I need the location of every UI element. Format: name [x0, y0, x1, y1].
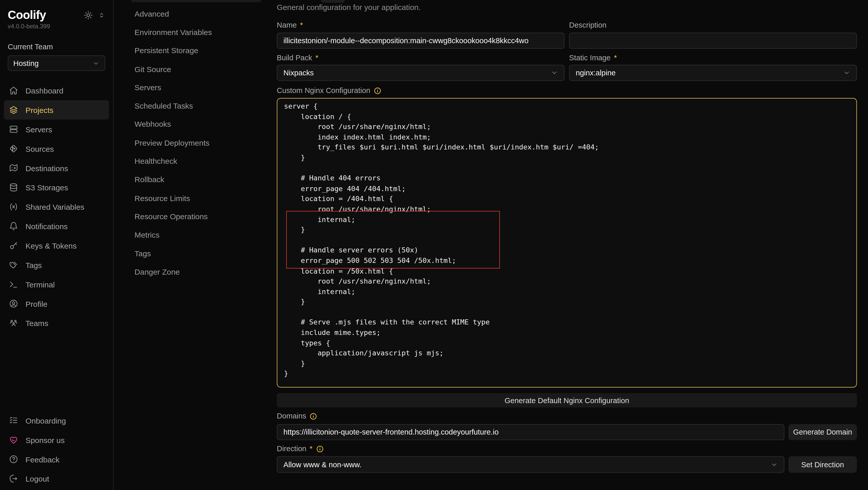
- required-asterisk: *: [310, 445, 312, 453]
- name-label: Name*: [277, 21, 303, 29]
- direction-label: Direction*: [277, 445, 324, 453]
- sidebar-item-terminal[interactable]: Terminal: [4, 275, 109, 294]
- subnav-item-metrics[interactable]: Metrics: [135, 225, 277, 244]
- info-icon[interactable]: [373, 87, 381, 94]
- sidebar-footer-nav: OnboardingSponsor usFeedbackLogout: [0, 411, 113, 488]
- user-circle-icon: [9, 299, 19, 308]
- heart-icon: [9, 435, 19, 445]
- chevron-down-icon: [92, 60, 100, 67]
- subnav-item-environment-variables[interactable]: Environment Variables: [135, 23, 277, 41]
- sidebar-item-s3-storages[interactable]: S3 Storages: [4, 178, 109, 197]
- subnav-item-danger-zone[interactable]: Danger Zone: [135, 263, 277, 281]
- general-configuration-panel: General configuration for your applicati…: [277, 0, 857, 490]
- subnav-item-tags[interactable]: Tags: [135, 244, 277, 263]
- sidebar-item-label: Teams: [26, 318, 48, 328]
- subnav-active-item-remnant[interactable]: [131, 0, 261, 2]
- sidebar-item-label: Notifications: [26, 222, 68, 231]
- sidebar-item-label: Sponsor us: [26, 436, 65, 445]
- layers-icon: [9, 105, 19, 115]
- subnav-item-healthcheck[interactable]: Healthcheck: [135, 152, 277, 171]
- sidebar-item-label: Servers: [26, 125, 52, 134]
- info-icon[interactable]: [310, 412, 317, 420]
- subnav-item-git-source[interactable]: Git Source: [135, 60, 277, 78]
- sidebar-item-label: Onboarding: [26, 416, 66, 425]
- sidebar-item-notifications[interactable]: Notifications: [4, 216, 109, 236]
- direction-select[interactable]: Allow www & non-www.: [277, 456, 784, 473]
- help-circle-icon: [9, 455, 19, 464]
- sidebar-item-shared-variables[interactable]: Shared Variables: [4, 197, 109, 216]
- sidebar-item-sponsor-us[interactable]: Sponsor us: [4, 430, 109, 450]
- sidebar-item-label: S3 Storages: [26, 183, 68, 192]
- sidebar-item-label: Destinations: [26, 163, 68, 173]
- subnav-item-rollback[interactable]: Rollback: [135, 171, 277, 189]
- chevron-down-icon: [551, 69, 558, 76]
- sun-icon[interactable]: [84, 10, 93, 20]
- sidebar-item-dashboard[interactable]: Dashboard: [4, 81, 109, 100]
- sidebar-item-feedback[interactable]: Feedback: [4, 450, 109, 469]
- subnav-item-persistent-storage[interactable]: Persistent Storage: [135, 41, 277, 60]
- required-asterisk: *: [614, 54, 617, 62]
- settings-subnav: AdvancedEnvironment VariablesPersistent …: [114, 0, 277, 490]
- sidebar-item-label: Sources: [26, 144, 54, 153]
- sidebar-item-label: Logout: [26, 474, 49, 483]
- sidebar: Coolify v4.0.0-beta.399 Current Team Hos…: [0, 0, 114, 490]
- team-select-value: Hosting: [13, 59, 38, 67]
- sidebar-item-destinations[interactable]: Destinations: [4, 158, 109, 178]
- mime-type-highlight-box: [286, 211, 500, 269]
- chevron-down-icon: [771, 461, 778, 468]
- sidebar-item-keys-tokens[interactable]: Keys & Tokens: [4, 236, 109, 255]
- app-version: v4.0.0-beta.399: [0, 21, 113, 29]
- sidebar-item-teams[interactable]: Teams: [4, 313, 109, 333]
- subnav-item-resource-operations[interactable]: Resource Operations: [135, 207, 277, 225]
- team-select[interactable]: Hosting: [8, 56, 105, 71]
- checklist-icon: [9, 416, 19, 425]
- required-asterisk: *: [315, 54, 318, 62]
- chevron-down-icon: [843, 69, 850, 76]
- domains-input[interactable]: https://illicitonion-quote-server-fronte…: [277, 424, 784, 440]
- sidebar-item-label: Tags: [26, 261, 42, 270]
- chevrons-up-down-icon[interactable]: [98, 12, 105, 19]
- info-icon[interactable]: [316, 445, 323, 453]
- sidebar-item-logout[interactable]: Logout: [4, 469, 109, 488]
- server-icon: [9, 125, 19, 134]
- sidebar-nav: DashboardProjectsServersSourcesDestinati…: [0, 81, 113, 333]
- subnav-item-servers[interactable]: Servers: [135, 78, 277, 97]
- required-asterisk: *: [300, 21, 303, 29]
- map-icon: [9, 163, 19, 173]
- domains-label: Domains: [277, 412, 317, 420]
- build-pack-select[interactable]: Nixpacks: [277, 65, 565, 81]
- variable-icon: [9, 202, 19, 212]
- build-pack-label: Build Pack*: [277, 54, 318, 62]
- database-icon: [9, 183, 19, 192]
- sidebar-item-servers[interactable]: Servers: [4, 120, 109, 139]
- sidebar-item-tags[interactable]: Tags: [4, 255, 109, 275]
- description-input[interactable]: [569, 33, 857, 49]
- set-direction-button[interactable]: Set Direction: [788, 456, 857, 473]
- logout-icon: [9, 474, 19, 483]
- subnav-item-advanced[interactable]: Advanced: [135, 4, 277, 23]
- subnav-item-webhooks[interactable]: Webhooks: [135, 115, 277, 133]
- current-team-label: Current Team: [0, 29, 113, 51]
- git-branch-icon: [9, 144, 19, 153]
- sidebar-item-sources[interactable]: Sources: [4, 139, 109, 158]
- coolify-app: Coolify v4.0.0-beta.399 Current Team Hos…: [0, 0, 868, 490]
- app-logo: Coolify: [8, 9, 46, 21]
- subnav-item-preview-deployments[interactable]: Preview Deployments: [135, 133, 277, 152]
- sidebar-item-label: Projects: [26, 105, 54, 115]
- users-icon: [9, 318, 19, 328]
- sidebar-item-label: Dashboard: [26, 86, 63, 95]
- subnav-item-scheduled-tasks[interactable]: Scheduled Tasks: [135, 97, 277, 115]
- sidebar-item-label: Terminal: [26, 280, 55, 289]
- subnav-item-resource-limits[interactable]: Resource Limits: [135, 189, 277, 207]
- terminal-icon: [9, 279, 19, 289]
- description-label: Description: [569, 21, 607, 29]
- bell-icon: [9, 221, 19, 231]
- tags-icon: [9, 260, 19, 270]
- sidebar-item-onboarding[interactable]: Onboarding: [4, 411, 109, 430]
- name-input[interactable]: illicitestonion/-module--decomposition:m…: [277, 33, 565, 49]
- generate-default-nginx-button[interactable]: Generate Default Nginx Configuration: [277, 393, 857, 407]
- generate-domain-button[interactable]: Generate Domain: [788, 424, 857, 440]
- sidebar-item-profile[interactable]: Profile: [4, 294, 109, 313]
- sidebar-item-projects[interactable]: Projects: [4, 100, 109, 120]
- static-image-select[interactable]: nginx:alpine: [569, 65, 857, 81]
